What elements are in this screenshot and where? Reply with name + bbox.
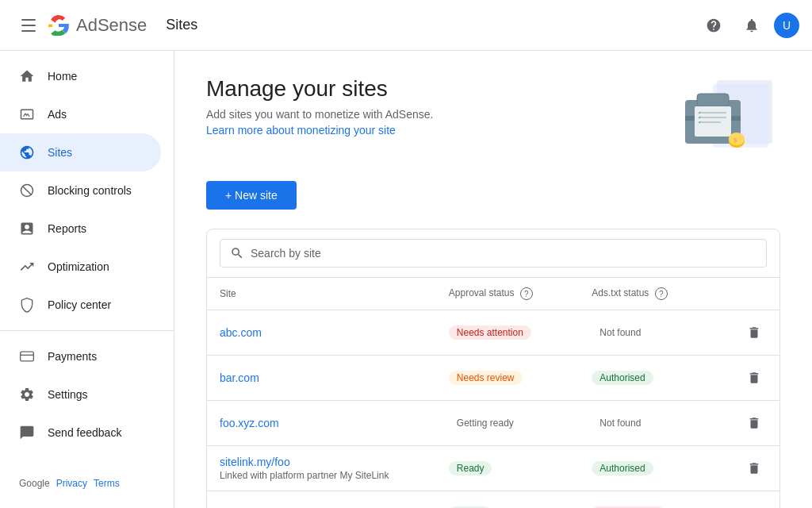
google-logo-icon [48,14,70,37]
sidebar-item-optimization[interactable]: Optimization [0,248,161,286]
footer-brand: Google [19,478,50,489]
site-cell: abc.com [207,310,436,356]
sidebar-label-reports: Reports [48,222,86,235]
sidebar-label-payments: Payments [48,350,97,363]
approval-cell: Ready [436,491,580,509]
site-link[interactable]: foo.xyz.com [220,417,279,429]
delete-icon [747,371,761,385]
policy-icon [19,297,35,313]
table-row: foo.xyz.com Getting ready Not found [207,401,779,446]
sites-table-container: Site Approval status ? Ads.txt status ? [206,229,780,508]
site-sub: Linked with platform partner My SiteLink [220,470,423,481]
action-cell [722,401,779,446]
delete-icon [747,325,761,340]
help-button[interactable] [698,10,730,41]
delete-button[interactable] [741,365,767,391]
home-icon [19,68,35,84]
delete-button[interactable] [741,410,767,436]
sidebar-item-ads[interactable]: Ads [0,95,161,133]
ads-txt-cell: Not found [579,310,722,356]
site-cell: bar.com [207,356,436,401]
sidebar-label-feedback: Send feedback [48,426,121,439]
delete-button[interactable] [741,456,767,481]
feedback-icon [19,425,35,441]
site-cell: foo.xyz.com [207,401,436,446]
sidebar-item-home[interactable]: Home [0,57,161,95]
svg-rect-2 [21,352,34,361]
avatar[interactable]: U [774,13,799,38]
sidebar-item-send-feedback[interactable]: Send feedback [0,414,161,452]
approval-help-icon[interactable]: ? [520,287,533,300]
logo-link[interactable]: AdSense [48,14,147,37]
delete-icon [747,461,761,475]
approval-badge: Needs review [449,371,523,385]
sidebar-label-settings: Settings [48,388,88,401]
product-name: AdSense [76,15,147,36]
ads-help-icon[interactable]: ? [655,287,668,300]
ads-txt-cell: Unauthorised [579,491,722,509]
sidebar-label-sites: Sites [48,146,72,159]
action-cell [722,446,779,491]
footer-terms-link[interactable]: Terms [94,478,120,489]
table-header: Site Approval status ? Ads.txt status ? [207,278,779,310]
topbar: AdSense Sites U [0,0,812,51]
sidebar-item-policy-center[interactable]: Policy center [0,286,161,324]
approval-cell: Needs review [436,356,580,401]
reports-icon [19,221,35,237]
action-cell [722,356,779,401]
sidebar-footer: Google Privacy Terms [0,465,174,502]
bell-icon [744,17,760,33]
sidebar-item-sites[interactable]: Sites [0,133,161,171]
ads-icon [19,106,35,122]
optimization-icon [19,259,35,275]
action-cell [722,491,779,509]
menu-button[interactable] [13,10,44,41]
ads-txt-badge: Authorised [592,371,653,385]
sidebar-item-reports[interactable]: Reports [0,210,161,248]
main-content: Manage your sites Add sites you want to … [174,51,812,508]
page-header: Manage your sites Add sites you want to … [206,76,780,156]
ads-txt-cell: Authorised [579,356,722,401]
sidebar-item-blocking-controls[interactable]: Blocking controls [0,171,161,210]
sites-table: Site Approval status ? Ads.txt status ? [207,278,779,508]
site-link[interactable]: abc.com [220,326,262,339]
approval-badge: Needs attention [449,325,531,340]
search-input[interactable] [251,247,756,260]
action-cell [722,310,779,356]
site-link[interactable]: sitelink.my/foo [220,456,290,468]
help-icon [706,17,722,33]
page-subtitle: Add sites you want to monetize with AdSe… [206,108,433,121]
sites-icon [19,144,35,160]
sidebar-label-policy: Policy center [48,298,111,311]
search-row [207,229,779,278]
approval-cell: Ready [436,446,580,491]
approval-cell: Needs attention [436,310,580,356]
site-link[interactable]: bar.com [220,371,259,384]
table-row: omnomeats.com Ready Unauthorised [207,491,779,509]
ads-txt-badge: Not found [592,325,649,340]
svg-text:$: $ [733,137,737,144]
ads-txt-badge: Authorised [592,461,653,475]
approval-badge: Getting ready [449,416,522,430]
delete-button[interactable] [741,320,767,345]
topbar-title: Sites [166,17,197,33]
notifications-button[interactable] [736,10,768,41]
approval-cell: Getting ready [436,401,580,446]
table-row: abc.com Needs attention Not found [207,310,779,356]
sidebar-item-settings[interactable]: Settings [0,375,161,414]
delete-button[interactable] [741,501,767,508]
hamburger-icon [21,19,36,32]
ads-txt-badge: Not found [592,416,649,430]
table-row: bar.com Needs review Authorised [207,356,779,401]
col-header-action [722,278,779,310]
sidebar-item-payments[interactable]: Payments [0,337,161,375]
blocking-icon [19,183,35,198]
page-header-right: ✓ ✓ ✓ $ [638,76,780,156]
col-header-ads: Ads.txt status ? [579,278,722,310]
sidebar-label-blocking: Blocking controls [48,184,132,197]
footer-privacy-link[interactable]: Privacy [56,478,87,489]
learn-more-link[interactable]: Learn more about monetizing your site [206,124,396,137]
sidebar: Home Ads Sites Blocking controls [0,51,174,508]
settings-icon [19,387,35,402]
new-site-button[interactable]: + New site [206,181,297,210]
